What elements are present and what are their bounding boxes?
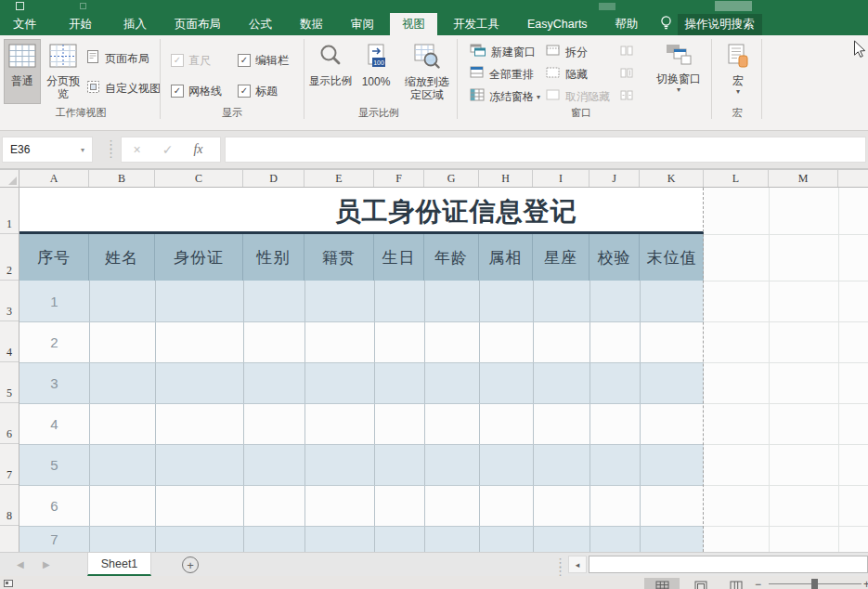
serial-cell[interactable]: 4 <box>19 403 89 444</box>
table-header-cell[interactable]: 序号 <box>19 234 89 281</box>
unhide-button[interactable]: 取消隐藏 <box>546 88 610 105</box>
serial-cell[interactable]: 6 <box>19 485 89 526</box>
formula-input[interactable] <box>225 137 866 163</box>
enter-button[interactable]: ✓ <box>152 142 183 157</box>
table-header-cell[interactable]: 末位值 <box>640 234 704 281</box>
synchronous-scrolling-button[interactable] <box>620 66 633 83</box>
table-row[interactable]: 5 <box>19 444 704 485</box>
add-sheet-button[interactable]: + <box>182 556 199 573</box>
tell-me-search[interactable]: 操作说明搜索 <box>660 13 762 35</box>
switch-windows-button[interactable]: 切换窗口 ▾ <box>650 39 707 104</box>
table-header-cell[interactable]: 籍贯 <box>304 234 374 281</box>
column-header[interactable]: F <box>374 170 424 187</box>
search-input[interactable]: 操作说明搜索 <box>678 14 762 35</box>
view-side-by-side-button[interactable] <box>620 44 633 60</box>
freeze-panes-button[interactable]: 冻结窗格 ▾ <box>470 88 540 105</box>
tab-data[interactable]: 数据 <box>288 13 335 35</box>
row-header[interactable]: 3 <box>0 281 19 321</box>
tab-page-layout[interactable]: 页面布局 <box>162 13 233 35</box>
tab-view[interactable]: 视图 <box>390 13 437 35</box>
serial-cell[interactable]: 1 <box>19 281 89 321</box>
table-header-cell[interactable]: 校验 <box>589 234 640 281</box>
serial-cell[interactable]: 5 <box>19 444 89 485</box>
table-row[interactable]: 6 <box>19 485 704 526</box>
row-header[interactable]: 8 <box>0 485 19 526</box>
formula-bar-checkbox[interactable]: ✓ 编辑栏 <box>238 53 289 68</box>
column-header[interactable] <box>838 170 868 187</box>
tab-developer[interactable]: 开发工具 <box>441 13 512 35</box>
cancel-button[interactable]: × <box>122 142 152 157</box>
name-box[interactable]: E36 ▾ <box>2 137 93 163</box>
serial-cell[interactable]: 2 <box>19 321 89 362</box>
macro-record-icon[interactable] <box>4 580 13 587</box>
new-window-button[interactable]: 新建窗口 <box>470 44 536 60</box>
zoom-in-icon[interactable]: + <box>863 578 868 589</box>
tab-help[interactable]: 帮助 <box>603 13 651 35</box>
tab-easycharts[interactable]: EasyCharts <box>515 13 600 35</box>
custom-views-button[interactable]: 自定义视图 <box>86 80 161 97</box>
column-header[interactable]: H <box>479 170 533 187</box>
serial-cell[interactable]: 3 <box>19 362 89 403</box>
select-all-corner[interactable] <box>0 170 19 188</box>
drag-handle-icon[interactable]: ⋮⋮ <box>105 140 115 157</box>
column-header[interactable]: B <box>89 170 155 187</box>
zoom-100-button[interactable]: 100 100% <box>356 39 395 104</box>
table-row[interactable]: 1 <box>19 281 704 321</box>
page-layout-view-button[interactable]: 页面布局 <box>86 50 149 67</box>
hscroll-left-button[interactable]: ◂ <box>568 556 587 573</box>
ruler-checkbox[interactable]: ✓ 直尺 <box>171 53 211 68</box>
zoom-to-selection-button[interactable]: 缩放到选定区域 <box>399 39 455 104</box>
sheet-tab-sheet1[interactable]: Sheet1 <box>87 553 151 576</box>
page-break-preview-button[interactable]: 分页预览 <box>44 39 83 104</box>
sheet-nav-left-icon[interactable]: ◀ <box>17 559 24 569</box>
column-header[interactable]: A <box>19 170 89 187</box>
hscroll-thumb[interactable] <box>589 556 868 573</box>
split-button[interactable]: 拆分 <box>546 44 588 60</box>
row-header[interactable] <box>0 526 19 552</box>
column-header[interactable]: I <box>533 170 589 187</box>
insert-function-button[interactable]: fx <box>183 142 214 157</box>
tab-insert[interactable]: 插入 <box>111 13 159 35</box>
column-header[interactable]: K <box>640 170 704 187</box>
status-page-layout-button[interactable] <box>683 578 719 589</box>
column-header[interactable]: G <box>424 170 479 187</box>
column-header[interactable]: C <box>155 170 243 187</box>
status-page-break-button[interactable] <box>719 578 754 589</box>
name-box-dropdown-icon[interactable]: ▾ <box>81 146 84 154</box>
column-header[interactable]: M <box>769 170 838 187</box>
zoom-button[interactable]: 显示比例 <box>308 39 353 104</box>
row-header[interactable]: 1 <box>0 188 19 234</box>
column-header[interactable]: D <box>243 170 304 187</box>
drag-handle-icon[interactable]: ⋮⋮ <box>554 558 564 575</box>
tab-home[interactable]: 开始 <box>57 13 104 35</box>
table-header-cell[interactable]: 身份证 <box>155 234 243 281</box>
row-header[interactable]: 4 <box>0 321 19 362</box>
table-row[interactable]: 3 <box>19 362 704 403</box>
table-row[interactable]: 2 <box>19 321 704 362</box>
column-header[interactable]: E <box>304 170 374 187</box>
tab-formulas[interactable]: 公式 <box>237 13 284 35</box>
table-title-cell[interactable]: 员工身份证信息登记 <box>19 188 704 234</box>
zoom-slider-handle[interactable] <box>811 579 818 589</box>
row-header[interactable]: 6 <box>0 403 19 444</box>
table-header-cell[interactable]: 性别 <box>243 234 304 281</box>
macros-button[interactable]: 宏 ▾ <box>720 39 756 104</box>
table-header-cell[interactable]: 姓名 <box>89 234 155 281</box>
zoom-out-icon[interactable]: − <box>755 578 761 589</box>
serial-cell[interactable]: 7 <box>19 526 89 552</box>
column-header[interactable]: J <box>589 170 640 187</box>
sheet-grid[interactable]: A B C D E F G H I J K L M 1 2 3 4 5 6 7 … <box>0 170 868 552</box>
gridlines-checkbox[interactable]: ✓ 网格线 <box>171 84 222 98</box>
table-header-cell[interactable]: 生日 <box>374 234 424 281</box>
table-row[interactable]: 4 <box>19 403 704 444</box>
table-header-cell[interactable]: 年龄 <box>424 234 479 281</box>
column-header[interactable]: L <box>704 170 769 187</box>
sheet-nav-right-icon[interactable]: ▶ <box>43 559 50 569</box>
headings-checkbox[interactable]: ✓ 标题 <box>238 84 278 98</box>
row-header[interactable]: 5 <box>0 362 19 403</box>
table-header-cell[interactable]: 星座 <box>533 234 589 281</box>
table-row[interactable]: 7 <box>19 526 704 552</box>
row-header[interactable]: 2 <box>0 234 19 281</box>
arrange-all-button[interactable]: 全部重排 <box>470 66 534 83</box>
normal-view-button[interactable]: 普通 <box>4 39 41 104</box>
